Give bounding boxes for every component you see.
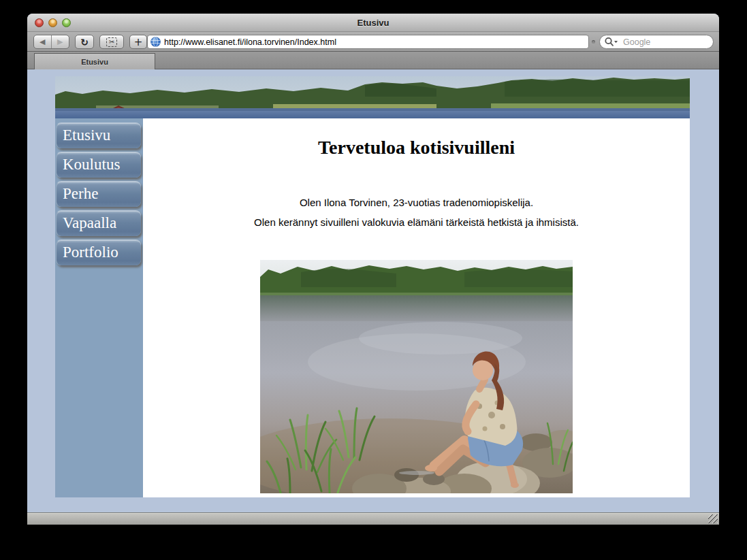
url-input[interactable] — [147, 35, 589, 49]
plus-icon: + — [134, 36, 143, 48]
forward-icon: ▶ — [57, 37, 63, 46]
main-content: Tervetuloa kotisivuilleni Olen Ilona Tor… — [143, 118, 690, 497]
browser-window: Etusivu ◀ ▶ ↻ ✂ + — [27, 14, 719, 525]
tab-label: Etusivu — [81, 58, 108, 66]
field-divider-dot — [592, 40, 595, 44]
search-magnifier-icon — [604, 37, 619, 47]
scissors-icon: ✂ — [106, 37, 117, 47]
intro-paragraph-2: Olen kerännyt sivuilleni valokuvia elämä… — [143, 216, 690, 228]
tab-bar: Etusivu — [27, 52, 719, 69]
reload-icon: ↻ — [80, 37, 89, 48]
header-banner-image — [55, 76, 690, 118]
nav-item-etusivu[interactable]: Etusivu — [56, 122, 141, 148]
nav-item-vapaalla[interactable]: Vapaalla — [56, 210, 141, 236]
address-bar — [147, 35, 589, 49]
search-bar — [599, 35, 714, 49]
tab-etusivu[interactable]: Etusivu — [34, 53, 155, 69]
title-bar: Etusivu — [27, 14, 719, 32]
status-bar — [27, 512, 719, 525]
resize-grip[interactable] — [708, 514, 718, 523]
desktop: Etusivu ◀ ▶ ↻ ✂ + — [0, 0, 747, 560]
forward-button[interactable]: ▶ — [52, 35, 69, 48]
dropdown-arrow-icon — [614, 41, 618, 43]
browser-toolbar: ◀ ▶ ↻ ✂ + — [27, 32, 719, 52]
history-nav-buttons: ◀ ▶ — [33, 35, 69, 49]
reload-button[interactable]: ↻ — [75, 35, 94, 49]
intro-paragraph-1: Olen Ilona Torvinen, 23-vuotias tradenom… — [143, 197, 690, 208]
sidebar-navigation: Etusivu Koulutus Perhe Vapaalla Portfoli… — [55, 118, 143, 497]
back-button[interactable]: ◀ — [34, 35, 52, 48]
window-title: Etusivu — [27, 18, 719, 28]
globe-icon — [150, 37, 161, 47]
nav-item-koulutus[interactable]: Koulutus — [56, 152, 141, 178]
nav-item-portfolio[interactable]: Portfolio — [56, 240, 141, 265]
new-tab-button[interactable]: + — [129, 35, 147, 49]
nav-item-perhe[interactable]: Perhe — [56, 181, 141, 207]
page-viewport: Etusivu Koulutus Perhe Vapaalla Portfoli… — [27, 69, 719, 512]
site-container: Etusivu Koulutus Perhe Vapaalla Portfoli… — [55, 76, 690, 497]
page-title: Tervetuloa kotisivuilleni — [143, 137, 690, 159]
back-icon: ◀ — [39, 37, 45, 46]
webclip-button[interactable]: ✂ — [99, 35, 124, 49]
main-photo — [260, 260, 573, 493]
